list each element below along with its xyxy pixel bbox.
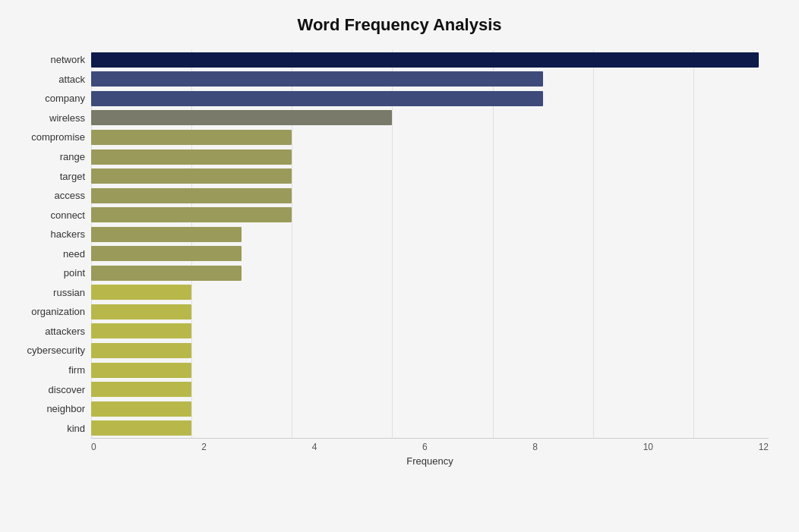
bar xyxy=(91,363,191,378)
bar-row: attack xyxy=(91,71,769,87)
x-ticks: 024681012 xyxy=(91,439,769,452)
chart-title: Word Frequency Analysis xyxy=(30,15,769,35)
bar-row: connect xyxy=(91,206,769,223)
bar-row: wireless xyxy=(91,109,769,126)
bar xyxy=(91,343,191,358)
x-tick: 12 xyxy=(759,442,769,452)
bar-row-inner: attackers xyxy=(91,323,769,338)
bar xyxy=(91,420,191,436)
x-axis-label: Frequency xyxy=(91,455,769,467)
bar xyxy=(91,323,191,338)
bar-row-inner: firm xyxy=(91,363,769,378)
bar-row: company xyxy=(91,90,769,107)
bar-row-inner: neighbor xyxy=(91,401,769,417)
bar-row: access xyxy=(91,187,769,204)
bar-label: range xyxy=(15,151,91,162)
bar xyxy=(91,188,292,203)
bar-row: russian xyxy=(91,284,769,301)
bar-label: attackers xyxy=(15,326,91,337)
bar xyxy=(91,91,543,106)
bar-label: discover xyxy=(15,384,91,395)
bar-label: connect xyxy=(15,209,91,221)
bar-row: cybersecurity xyxy=(91,342,769,359)
x-tick: 2 xyxy=(201,442,207,452)
bar-row: neighbor xyxy=(91,401,769,417)
bar-row: organization xyxy=(91,304,769,320)
bar-label: hackers xyxy=(15,228,91,240)
bar-label: organization xyxy=(15,306,91,317)
bar-label: target xyxy=(15,171,91,182)
bar-row: attackers xyxy=(91,323,769,339)
bar-row: need xyxy=(91,245,769,262)
bar xyxy=(91,382,191,397)
bar-row-inner: russian xyxy=(91,285,769,300)
bar-row-inner: need xyxy=(91,246,769,261)
x-tick: 0 xyxy=(91,442,96,452)
bar xyxy=(91,227,242,242)
bar-row-inner: connect xyxy=(91,207,769,222)
bar-row-inner: discover xyxy=(91,382,769,397)
bar-label: neighbor xyxy=(15,403,91,414)
bar-row-inner: hackers xyxy=(91,227,769,242)
bar-label: attack xyxy=(15,74,91,85)
bar-row: compromise xyxy=(91,129,769,146)
bar-row: discover xyxy=(91,381,769,398)
bar xyxy=(91,207,292,222)
bar-row: network xyxy=(91,52,769,68)
x-tick: 6 xyxy=(422,442,428,452)
bar-row: target xyxy=(91,168,769,184)
bar-row: hackers xyxy=(91,226,769,243)
bar xyxy=(91,266,242,281)
bar-row-inner: organization xyxy=(91,304,769,320)
bar xyxy=(91,110,392,125)
chart-container: Word Frequency Analysis networkattackcom… xyxy=(0,0,799,532)
bar-label: access xyxy=(15,190,91,201)
bar-label: need xyxy=(15,248,91,260)
bar-row-inner: attack xyxy=(91,71,769,87)
bar-label: cybersecurity xyxy=(15,345,91,356)
bar xyxy=(91,285,191,300)
x-tick: 4 xyxy=(312,442,317,452)
bar-row-inner: point xyxy=(91,266,769,281)
bar-label: compromise xyxy=(15,131,91,143)
bar-label: point xyxy=(15,267,91,279)
bar-label: network xyxy=(15,54,91,65)
bars-wrapper: networkattackcompanywirelesscompromisera… xyxy=(91,50,769,438)
x-axis: 024681012 Frequency xyxy=(91,438,769,468)
bar xyxy=(91,401,191,417)
bar-row-inner: network xyxy=(91,52,769,68)
bar-row: firm xyxy=(91,362,769,379)
bar-row-inner: wireless xyxy=(91,110,769,125)
bar xyxy=(91,150,292,165)
bar-label: firm xyxy=(15,364,91,376)
bar-label: kind xyxy=(15,423,91,434)
bar-row-inner: kind xyxy=(91,420,769,436)
bar xyxy=(91,304,191,320)
bar-row-inner: range xyxy=(91,150,769,165)
bar-label: russian xyxy=(15,287,91,298)
bar xyxy=(91,246,242,261)
chart-area: networkattackcompanywirelesscompromisera… xyxy=(91,50,769,468)
bar-row-inner: compromise xyxy=(91,130,769,145)
x-tick: 8 xyxy=(532,442,538,452)
bar-row-inner: target xyxy=(91,168,769,184)
bar-row: range xyxy=(91,149,769,165)
bar-row: point xyxy=(91,265,769,282)
bar xyxy=(91,130,292,145)
bar xyxy=(91,71,543,87)
bar xyxy=(91,52,759,68)
bar-label: company xyxy=(15,93,91,104)
bar-row-inner: access xyxy=(91,188,769,203)
x-tick: 10 xyxy=(643,442,653,452)
bar-row-inner: cybersecurity xyxy=(91,343,769,358)
bar xyxy=(91,168,292,184)
bar-row: kind xyxy=(91,420,769,436)
bar-label: wireless xyxy=(15,112,91,124)
bar-row-inner: company xyxy=(91,91,769,106)
